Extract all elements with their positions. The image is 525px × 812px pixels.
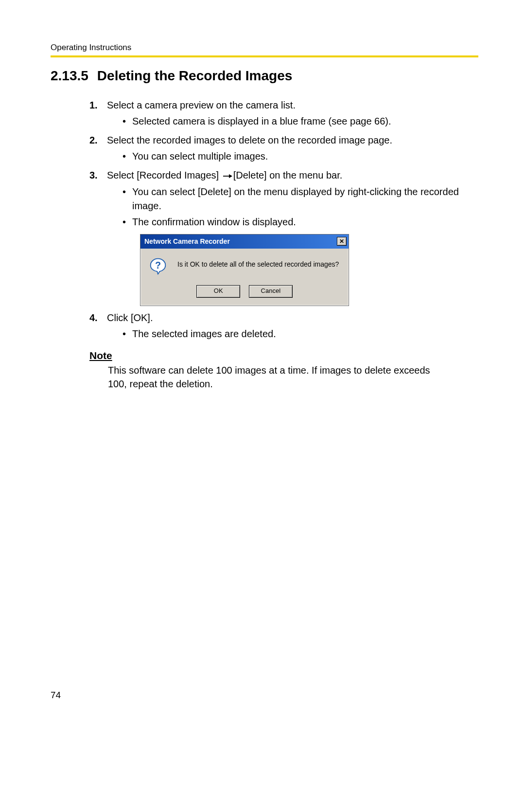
step-item: 2. Select the recorded images to delete … — [89, 133, 478, 163]
step-sub-item: The confirmation window is displayed. — [122, 215, 478, 229]
svg-text:?: ? — [155, 259, 161, 270]
cancel-button[interactable]: Cancel — [249, 285, 293, 298]
header-rule — [51, 55, 478, 57]
question-icon: ? — [149, 257, 167, 275]
step-sub-item: The selected images are deleted. — [122, 327, 478, 341]
step-text: Select the recorded images to delete on … — [107, 135, 392, 145]
step-sub-item: Selected camera is displayed in a blue f… — [122, 114, 478, 128]
step-sub-item: You can select multiple images. — [122, 149, 478, 163]
arrow-icon — [223, 169, 232, 183]
svg-marker-1 — [229, 174, 232, 178]
ok-button[interactable]: OK — [196, 285, 240, 298]
document-page: Operating Instructions 2.13.5Deleting th… — [0, 0, 525, 730]
dialog-title: Network Camera Recorder — [144, 236, 230, 246]
step-text-post: [Delete] on the menu bar. — [233, 170, 343, 180]
step-text-pre: Select [Recorded Images] — [107, 170, 219, 180]
step-item: 1. Select a camera preview on the camera… — [89, 98, 478, 128]
step-sublist: The selected images are deleted. — [107, 327, 478, 341]
dialog-screenshot: Network Camera Recorder ✕ ? Is it OK to … — [140, 234, 349, 306]
section-number: 2.13.5 — [51, 68, 88, 84]
section-title-text: Deleting the Recorded Images — [97, 68, 292, 83]
step-sublist: Selected camera is displayed in a blue f… — [107, 114, 478, 128]
note-label: Note — [89, 350, 478, 361]
close-icon[interactable]: ✕ — [337, 237, 347, 246]
step-list: 1. Select a camera preview on the camera… — [89, 98, 478, 341]
step-number: 3. — [89, 168, 98, 182]
section-heading: 2.13.5Deleting the Recorded Images — [51, 68, 478, 84]
step-item: 3. Select [Recorded Images] [Delete] on … — [89, 168, 478, 306]
step-text: Select [Recorded Images] [Delete] on the… — [107, 170, 342, 180]
note-body: This software can delete 100 images at a… — [108, 363, 449, 391]
dialog-message: Is it OK to delete all of the selected r… — [177, 257, 339, 269]
step-number: 2. — [89, 133, 98, 147]
step-item: 4. Click [OK]. The selected images are d… — [89, 311, 478, 341]
page-number: 74 — [51, 690, 61, 701]
step-text: Select a camera preview on the camera li… — [107, 100, 296, 110]
dialog-body: ? Is it OK to delete all of the selected… — [140, 249, 349, 280]
step-sub-item: You can select [Delete] on the menu disp… — [122, 185, 478, 213]
running-header: Operating Instructions — [51, 43, 478, 53]
step-number: 1. — [89, 98, 98, 112]
step-sublist: You can select multiple images. — [107, 149, 478, 163]
close-glyph: ✕ — [339, 238, 344, 244]
step-number: 4. — [89, 311, 98, 325]
confirmation-dialog: Network Camera Recorder ✕ ? Is it OK to … — [140, 234, 349, 306]
dialog-button-row: OK Cancel — [140, 280, 349, 306]
step-sublist: You can select [Delete] on the menu disp… — [107, 185, 478, 229]
dialog-titlebar: Network Camera Recorder ✕ — [140, 235, 349, 248]
step-text: Click [OK]. — [107, 312, 153, 323]
